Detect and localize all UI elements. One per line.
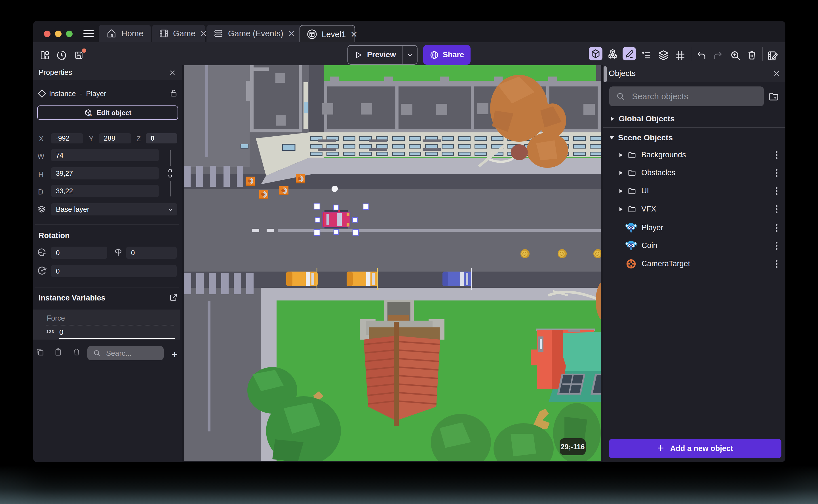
svg-text:3D: 3D <box>88 114 92 117</box>
svg-text:29;-116: 29;-116 <box>561 443 585 451</box>
